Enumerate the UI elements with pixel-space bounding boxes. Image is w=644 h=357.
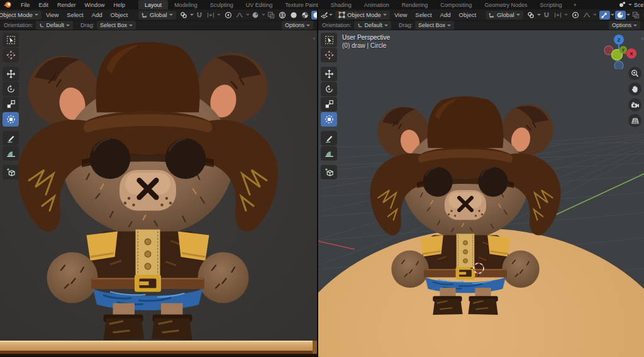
snap-target-icon[interactable] — [206, 11, 216, 20]
axis-z-label: Z — [618, 37, 621, 43]
drag-select[interactable]: Select Box — [415, 21, 454, 30]
transform-orientation-dropdown[interactable]: Global — [138, 11, 175, 20]
menu-file[interactable]: File — [16, 0, 35, 9]
menu-window[interactable]: Window — [80, 0, 109, 9]
overlays-dropdown[interactable] — [250, 11, 261, 20]
view-menu[interactable]: View — [391, 11, 411, 18]
menu-edit[interactable]: Edit — [35, 0, 53, 9]
add-workspace-button[interactable]: + — [568, 0, 581, 9]
snap-magnet-icon[interactable] — [194, 11, 205, 20]
annotate-tool[interactable] — [321, 131, 337, 145]
tab-scripting[interactable]: Scripting — [533, 0, 568, 9]
preview-scene-right — [318, 30, 644, 357]
viewport-left: Object Mode View Select Add Object Globa… — [0, 9, 317, 357]
transform-tool[interactable] — [3, 112, 19, 127]
move-tool[interactable] — [321, 67, 337, 81]
perspective-grid-toggle-button[interactable] — [628, 114, 641, 127]
mode-dropdown[interactable]: Object Mode — [335, 11, 390, 20]
scale-tool[interactable] — [321, 97, 337, 111]
shading-wireframe-button[interactable] — [277, 11, 288, 20]
tab-sculpting[interactable]: Sculpting — [204, 0, 240, 9]
drag-select[interactable]: Select Box — [97, 21, 136, 30]
scene-selector[interactable]: Sce — [619, 1, 644, 9]
transform-tool[interactable] — [321, 112, 337, 127]
snap-dropdown[interactable] — [526, 11, 536, 20]
navigation-gizmo[interactable]: Z Y X — [604, 34, 636, 72]
options-dropdown[interactable]: Options — [282, 21, 313, 30]
orientation-select[interactable]: Default — [36, 21, 74, 30]
drag-field-label: Drag: — [399, 22, 413, 28]
rotate-tool[interactable] — [3, 82, 19, 96]
proportional-edit-icon[interactable] — [570, 11, 581, 20]
cursor-tool[interactable] — [3, 48, 19, 62]
viewport-right-canvas[interactable]: User Perspective (0) draw | Circle — [318, 30, 644, 357]
tab-modeling[interactable]: Modeling — [168, 0, 204, 9]
viewport-left-toolrow: Orientation: Default Drag: Select Box Op… — [0, 21, 317, 30]
viewport-info-overlay: User Perspective (0) draw | Circle — [342, 33, 390, 50]
shading-wireframe-button[interactable] — [642, 11, 644, 20]
measure-tool[interactable] — [3, 146, 19, 161]
pan-hand-button[interactable] — [628, 82, 641, 96]
orientation-label: Global — [150, 11, 167, 18]
add-menu[interactable]: Add — [88, 11, 106, 18]
sidebar-collapse-arrow-right[interactable]: ‹ — [641, 35, 643, 42]
add-cube-tool[interactable] — [321, 165, 337, 179]
tab-compositing[interactable]: Compositing — [434, 0, 478, 9]
menu-help[interactable]: Help — [109, 0, 130, 9]
snap-target-icon[interactable] — [553, 11, 564, 20]
viewport-right: Object Mode View Select Add Object Globa… — [318, 9, 644, 357]
falloff-icon[interactable] — [235, 11, 245, 20]
viewport-left-canvas[interactable]: ‹ — [0, 30, 317, 357]
gizmo-overlay-cluster — [599, 11, 644, 20]
cursor-tool[interactable] — [321, 48, 337, 62]
transform-orientation-dropdown[interactable]: Global — [486, 11, 523, 20]
xray-toggle[interactable] — [266, 11, 277, 20]
blender-logo-icon[interactable] — [4, 1, 14, 8]
xray-toggle[interactable] — [631, 11, 641, 20]
scale-tool[interactable] — [3, 97, 19, 111]
sidebar-collapse-arrow-left[interactable]: ‹ — [313, 35, 315, 42]
show-overlays-toggle[interactable] — [615, 11, 626, 20]
falloff-icon[interactable] — [582, 11, 592, 20]
menu-render[interactable]: Render — [53, 0, 80, 9]
tab-uv-editing[interactable]: UV Editing — [240, 0, 279, 9]
shading-solid-button[interactable] — [289, 11, 299, 20]
orientation-select[interactable]: Default — [354, 21, 392, 30]
tab-shading[interactable]: Shading — [325, 0, 358, 9]
add-cube-tool[interactable] — [3, 165, 19, 179]
orientation-field-label: Orientation: — [4, 22, 33, 28]
tab-layout[interactable]: Layout — [138, 0, 168, 9]
snap-dropdown[interactable] — [179, 11, 189, 20]
select-menu[interactable]: Select — [63, 11, 87, 18]
snap-magnet-icon[interactable] — [541, 11, 552, 20]
view-menu[interactable]: View — [42, 11, 62, 18]
tab-texture-paint[interactable]: Texture Paint — [279, 0, 325, 9]
orientation-label: Global — [497, 11, 514, 18]
object-menu[interactable]: Object — [107, 11, 131, 18]
tab-geometry-nodes[interactable]: Geometry Nodes — [478, 0, 533, 9]
annotate-tool[interactable] — [3, 131, 19, 145]
shading-material-button[interactable] — [300, 11, 311, 20]
select-menu[interactable]: Select — [411, 11, 435, 18]
show-gizmo-toggle[interactable] — [599, 11, 610, 20]
mode-dropdown[interactable]: Object Mode — [0, 11, 42, 20]
wood-platform-edge — [0, 341, 317, 357]
tab-rendering[interactable]: Rendering — [396, 0, 435, 9]
select-box-tool[interactable] — [321, 33, 337, 47]
select-box-tool[interactable] — [3, 33, 19, 47]
proportional-edit-icon[interactable] — [223, 11, 234, 20]
rotate-tool[interactable] — [321, 82, 337, 96]
editor-type-dropdown[interactable] — [320, 11, 328, 20]
shading-rendered-button[interactable] — [311, 11, 317, 20]
tab-animation[interactable]: Animation — [358, 0, 396, 9]
measure-tool[interactable] — [321, 146, 337, 161]
zoom-button[interactable] — [628, 67, 641, 80]
object-menu[interactable]: Object — [455, 11, 480, 18]
add-menu[interactable]: Add — [436, 11, 455, 18]
axis-minus-z-ball — [614, 61, 623, 69]
camera-view-button[interactable] — [628, 98, 641, 111]
options-dropdown[interactable]: Options — [609, 21, 640, 30]
topbar: File Edit Render Window Help Layout Mode… — [0, 0, 644, 9]
proportional-edit-cluster — [223, 11, 250, 20]
move-tool[interactable] — [3, 67, 19, 81]
